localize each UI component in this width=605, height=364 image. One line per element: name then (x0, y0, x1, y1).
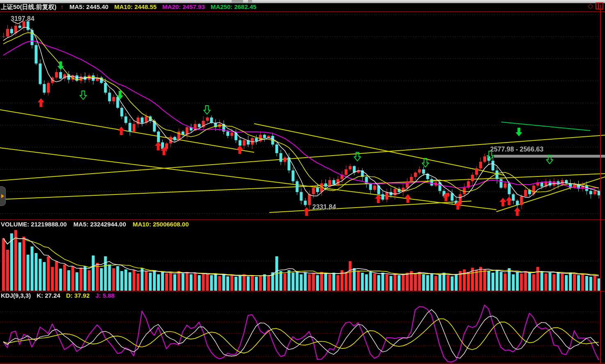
ma20-value: MA20: 2457.93 (162, 3, 205, 10)
volume-value: VOLUME: 21219888.00 (1, 221, 67, 228)
top-strip-notch (232, 0, 243, 3)
symbol-title: 上证50(日线.前复权) (1, 3, 57, 10)
main-chart-header: 上证50(日线.前复权)↑ MA5: 2445.40 MA10: 2448.55… (1, 3, 261, 11)
low-price-label: 2331.84 (312, 203, 336, 211)
peak-price-label: 3197.84 (11, 15, 34, 23)
expand-arrow-icon (1, 194, 4, 198)
kdj-pane-header: KDJ(9,3,3) K: 27.24 D: 37.92 J: 5.88 (1, 292, 119, 299)
sidebar-expand-handle[interactable] (0, 186, 6, 206)
volume-ma10-value: MA10: 25006608.00 (133, 221, 189, 228)
kdj-title: KDJ(9,3,3) (1, 292, 31, 299)
kdj-k-value: K: 27.24 (37, 292, 61, 299)
kdj-j-value: J: 5.88 (96, 292, 115, 299)
volume-pane-header: VOLUME: 21219888.00 MA5: 23242944.00 MA1… (1, 221, 193, 228)
diamond-icon[interactable]: ◇ (588, 2, 593, 9)
top-strip-notch (248, 0, 252, 3)
kdj-d-value: D: 37.92 (66, 292, 90, 299)
chart-canvas[interactable] (0, 0, 605, 364)
right-edge-marker (600, 5, 601, 363)
ma10-value: MA10: 2448.55 (114, 3, 157, 10)
header-toolbar: ◇ (588, 2, 603, 9)
volume-ma5-value: MA5: 23242944.00 (73, 221, 126, 228)
window-top-strip (0, 0, 605, 3)
trading-app-window: 上证50(日线.前复权)↑ MA5: 2445.40 MA10: 2448.55… (0, 0, 605, 364)
ma250-value: MA250: 2682.45 (211, 3, 257, 10)
ma5-value: MA5: 2445.40 (70, 3, 109, 10)
up-arrow-icon: ↑ (61, 3, 64, 10)
split-window-icon[interactable] (596, 2, 603, 9)
resistance-range-label: 2577.98 - 2566.63 (490, 146, 544, 153)
